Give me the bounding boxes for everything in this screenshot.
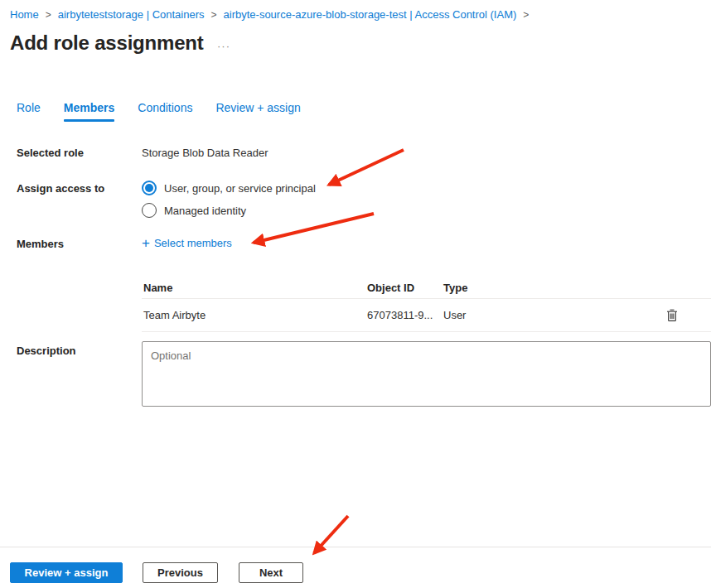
breadcrumb-separator: > [46,9,51,21]
radio-selected-icon [142,181,157,195]
footer-button-bar: Review + assign Previous Next [10,562,303,583]
previous-button[interactable]: Previous [143,562,218,583]
breadcrumb-home-link[interactable]: Home [10,8,39,21]
radio-user-group-service-principal[interactable]: User, group, or service principal [142,181,316,195]
column-header-object-id: Object ID [367,282,443,294]
member-type-cell: User [443,309,665,321]
radio-option-label: Managed identity [164,205,246,217]
select-members-link-label: Select members [154,237,232,249]
assign-access-to-label: Assign access to [17,182,104,195]
red-arrow-annotation [314,516,348,553]
radio-option-label: User, group, or service principal [164,182,316,195]
page-title: Add role assignment [10,31,204,55]
breadcrumb-separator: > [523,9,529,21]
selected-role-label: Selected role [17,147,84,159]
description-label: Description [17,345,76,357]
assign-access-radio-group: User, group, or service principal Manage… [142,181,316,225]
tab-review-assign[interactable]: Review + assign [215,101,300,122]
more-options-ellipsis-icon[interactable]: ··· [217,40,230,52]
review-assign-button[interactable]: Review + assign [10,562,123,583]
members-table: Name Object ID Type Team Airbyte 6707381… [142,277,711,332]
select-members-link[interactable]: + Select members [142,237,232,249]
delete-member-button[interactable] [665,306,680,324]
tab-role[interactable]: Role [17,101,41,122]
add-role-assignment-page: Home > airbyteteststorage | Containers >… [0,0,711,588]
column-header-name: Name [142,282,367,294]
breadcrumb-access-control-link[interactable]: airbyte-source-azure-blob-storage-test |… [224,8,517,21]
trash-icon [666,308,678,322]
radio-unselected-icon [142,203,157,218]
tab-bar: Role Members Conditions Review + assign [17,101,301,122]
tab-conditions[interactable]: Conditions [138,101,192,122]
member-object-id-cell: 67073811-9... [367,309,443,321]
footer-divider [0,547,711,547]
selected-role-value: Storage Blob Data Reader [142,147,268,159]
breadcrumb-separator: > [211,9,217,21]
plus-icon: + [142,238,150,248]
red-arrow-annotation [329,150,404,185]
breadcrumb: Home > airbyteteststorage | Containers >… [10,8,535,21]
radio-managed-identity[interactable]: Managed identity [142,203,316,218]
tab-members[interactable]: Members [64,101,114,122]
member-name-cell: Team Airbyte [142,309,367,321]
column-header-type: Type [443,282,665,294]
next-button[interactable]: Next [239,562,303,583]
members-table-header: Name Object ID Type [142,277,711,298]
members-label: Members [17,238,64,250]
description-input[interactable] [142,341,711,407]
table-row: Team Airbyte 67073811-9... User [142,298,711,332]
breadcrumb-storage-containers-link[interactable]: airbyteteststorage | Containers [58,8,205,21]
